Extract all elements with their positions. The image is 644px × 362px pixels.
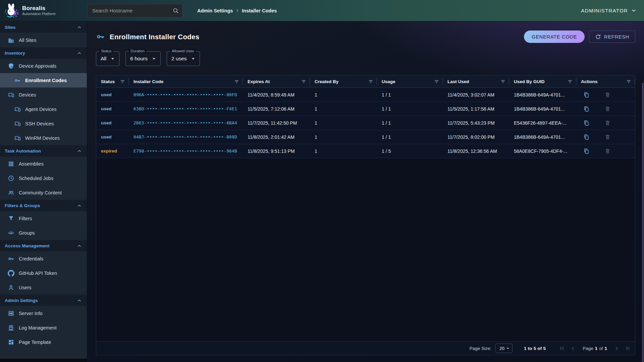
sidebar-item-log-management[interactable]: Log Management (0, 320, 87, 335)
sidebar-item-all-sites[interactable]: All Sites (0, 33, 87, 47)
used-by-guid-cell: 58A0E8CF-7905-4DF4-... (509, 148, 576, 154)
sidebar-item-label: Assemblies (19, 161, 44, 167)
installer-codes-table: Status Installer Code Expires At Created… (96, 75, 635, 355)
next-page-button[interactable] (613, 345, 620, 352)
breadcrumb-installer-codes[interactable]: Installer Codes (242, 8, 277, 13)
sidebar-item-enrollment-codes[interactable]: Enrollment Codes (0, 73, 87, 87)
column-filter-icon[interactable] (368, 79, 374, 84)
sidebar-item-page-template[interactable]: Page Template (0, 335, 87, 349)
hostname-search-box[interactable] (87, 4, 182, 17)
clock-icon (8, 175, 14, 182)
column-header-expires-at[interactable]: Expires At (243, 75, 310, 87)
sidebar-item-winrm-devices[interactable]: WinRM Devices (0, 131, 87, 145)
actions-cell (576, 120, 635, 126)
breadcrumb-admin-settings[interactable]: Admin Settings (197, 8, 233, 13)
devices-icon (14, 120, 21, 127)
sidebar-item-credentials[interactable]: Credentials (0, 251, 87, 266)
column-filter-icon[interactable] (626, 79, 632, 84)
page-size-select[interactable]: 20 (495, 344, 513, 353)
column-filter-icon[interactable] (434, 79, 439, 84)
installer-code-cell: 63BD-••••-••••-••••-••••-••••-••••-F4E1 (129, 106, 243, 111)
used-by-guid-cell: E5436F26-4897-4EEA-... (509, 120, 576, 126)
sidebar-item-users[interactable]: Users (0, 280, 87, 295)
section-items: Assemblies Scheduled Jobs Community Cont… (0, 157, 87, 200)
generate-code-button[interactable]: GENERATE CODE (524, 31, 585, 43)
sidebar-item-label: SSH Devices (25, 121, 54, 126)
sidebar-item-agent-devices[interactable]: Agent Devices (0, 102, 87, 116)
previous-page-button[interactable] (570, 345, 576, 352)
first-page-button[interactable] (559, 345, 566, 352)
chevron-up-icon (77, 25, 82, 30)
column-filter-icon[interactable] (500, 79, 506, 84)
last-used-cell: 11/8/2025, 12:36:56 AM (443, 148, 509, 154)
column-header-used-by-guid[interactable]: Used By GUID (509, 75, 576, 87)
trash-icon[interactable] (604, 92, 611, 98)
page-of-word: of (599, 346, 603, 351)
server-icon (8, 310, 14, 317)
column-filter-icon[interactable] (120, 79, 125, 84)
column-header-usage[interactable]: Usage (377, 75, 443, 87)
row-range-text: 1 to 5 of 5 (524, 346, 546, 351)
table-row: used 2B63-••••-••••-••••-••••-••••-••••-… (96, 116, 635, 130)
column-header-actions[interactable]: Actions (576, 75, 635, 87)
usage-cell: 1 / 1 (377, 92, 443, 98)
sidebar-section-header[interactable]: Task Automation (0, 145, 87, 157)
filter-select-allowed-uses[interactable]: Allowed Uses 2 uses (167, 51, 200, 66)
pager-controls: Page 1 of 1 (559, 345, 631, 352)
filter-select-duration[interactable]: Duration 6 hours (125, 51, 161, 66)
column-filter-icon[interactable] (567, 79, 573, 84)
column-filter-icon[interactable] (301, 79, 307, 84)
building-icon (8, 37, 14, 44)
filter-label: Duration (129, 49, 146, 53)
main-content: Enrollment Installer Codes GENERATE CODE… (87, 21, 644, 362)
sidebar-item-assemblies[interactable]: Assemblies (0, 157, 87, 171)
sidebar-item-scheduled-jobs[interactable]: Scheduled Jobs (0, 171, 87, 185)
sidebar-item-devices[interactable]: Devices (0, 87, 87, 102)
table-row: used 04B7-••••-••••-••••-••••-••••-••••-… (96, 130, 635, 144)
copy-icon[interactable] (583, 92, 590, 98)
copy-icon[interactable] (583, 120, 590, 126)
used-by-guid-cell: 1B4B386B-649A-4701... (509, 106, 576, 112)
sidebar-item-community-content[interactable]: Community Content (0, 185, 87, 200)
key-icon (96, 32, 105, 41)
sidebar-section-header[interactable]: Filters & Groups (0, 200, 87, 211)
column-filter-icon[interactable] (234, 79, 239, 84)
column-header-status[interactable]: Status (96, 75, 129, 87)
sidebar-item-server-info[interactable]: Server Info (0, 306, 87, 320)
sidebar-section-header[interactable]: Sites (0, 21, 87, 33)
sidebar-section-header[interactable]: Inventory (0, 47, 87, 59)
search-input[interactable] (92, 7, 172, 14)
refresh-button[interactable]: REFRESH (589, 31, 635, 43)
trash-icon[interactable] (604, 134, 611, 140)
sidebar-section-header[interactable]: Access Management (0, 240, 87, 251)
sidebar-item-label: All Sites (19, 38, 36, 43)
sidebar-item-device-approvals[interactable]: Device Approvals (0, 59, 87, 73)
shield-approval-icon (8, 63, 14, 69)
sidebar-item-label: Filters (19, 216, 32, 221)
page-size-label: Page Size: (470, 346, 491, 351)
trash-icon[interactable] (604, 106, 611, 112)
user-menu[interactable]: ADMINISTRATOR (581, 8, 637, 13)
filter-select-status[interactable]: Status All (96, 51, 119, 66)
column-header-created-by[interactable]: Created By (310, 75, 377, 87)
vertical-scrollbar[interactable] (642, 83, 644, 362)
last-page-button[interactable] (624, 345, 631, 352)
installer-code-cell: 2B63-••••-••••-••••-••••-••••-••••-6BA4 (129, 120, 243, 125)
column-header-installer-code[interactable]: Installer Code (129, 75, 243, 87)
column-header-last-used[interactable]: Last Used (443, 75, 509, 87)
github-icon (8, 270, 14, 277)
trash-icon[interactable] (604, 148, 611, 154)
sidebar-section-header[interactable]: Admin Settings (0, 295, 87, 306)
grid-icon (8, 161, 14, 167)
expires-at-cell: 11/7/2025, 11:42:50 PM (243, 120, 310, 126)
copy-icon[interactable] (583, 134, 590, 140)
copy-icon[interactable] (583, 148, 590, 155)
sidebar-item-github-api-token[interactable]: GitHub API Token (0, 266, 87, 280)
sidebar-item-label: Log Management (19, 325, 57, 330)
user-menu-label: ADMINISTRATOR (581, 8, 628, 13)
sidebar-item-groups[interactable]: Groups (0, 226, 87, 240)
sidebar-item-ssh-devices[interactable]: SSH Devices (0, 116, 87, 131)
sidebar-item-filters[interactable]: Filters (0, 211, 87, 226)
trash-icon[interactable] (604, 120, 611, 126)
copy-icon[interactable] (583, 106, 590, 112)
